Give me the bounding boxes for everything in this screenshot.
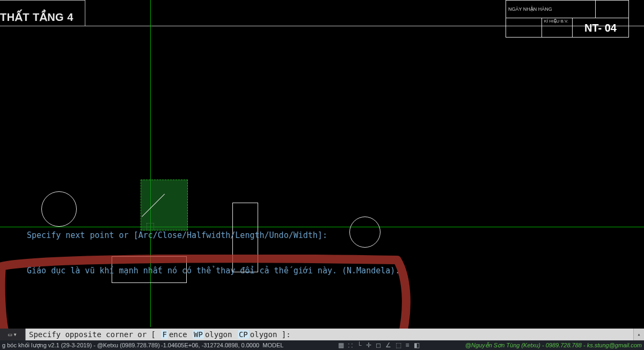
status-left-text: g bóc khối lượng v2.1 (29-3-2019) - @Ket… [0, 342, 160, 348]
space-toggle[interactable]: MODEL [262, 342, 283, 348]
command-line-toggle[interactable]: ▭▾ [0, 329, 26, 340]
dynucs-toggle-icon[interactable]: ⬚ [396, 342, 401, 348]
transparency-toggle-icon[interactable]: ◧ [414, 342, 420, 348]
command-line-expand[interactable]: ▴ [633, 329, 644, 340]
status-right-text: @Nguyễn Sơn Tùng (Ketxu) - 0989.728.788 … [465, 342, 644, 348]
titleblock: NGÀY NHẬN HÀNG KÍ HIỆU B.V. NT- 04 [506, 0, 629, 38]
titleblock-field-label: KÍ HIỆU B.V. [544, 19, 568, 24]
otrack-toggle-icon[interactable]: ∠ [385, 342, 391, 348]
snap-toggle-icon[interactable]: ⸬ [348, 342, 353, 348]
polar-toggle-icon[interactable]: ✛ [366, 342, 371, 348]
command-option[interactable]: CP [238, 330, 249, 339]
command-option[interactable]: WP [193, 330, 204, 339]
drawing-canvas[interactable]: THẤT TẦNG 4 NGÀY NHẬN HÀNG KÍ HIỆU B.V. … [0, 0, 644, 327]
drawing-title: THẤT TẦNG 4 [0, 12, 74, 23]
status-bar: g bóc khối lượng v2.1 (29-3-2019) - @Ket… [0, 340, 644, 350]
command-prompt-text: Specify opposite corner or [ [29, 330, 156, 339]
osnap-toggle-icon[interactable]: ◻ [376, 342, 381, 348]
command-history-line: Specify next point or [Arc/Close/Halfwid… [27, 229, 400, 241]
titleblock-field-label: NGÀY NHẬN HÀNG [506, 1, 596, 18]
titleblock-field-value [596, 1, 628, 18]
ortho-toggle-icon[interactable]: └ [357, 342, 362, 348]
titleblock-sheet-code: NT- 04 [573, 18, 628, 38]
grid-toggle-icon[interactable]: ▦ [338, 342, 344, 348]
command-prompt: Specify opposite corner or [ Fence WPoly… [26, 331, 291, 338]
command-history: Specify next point or [Arc/Close/Halfwid… [27, 206, 400, 300]
command-option[interactable]: F [161, 330, 167, 339]
command-prompt-text: ]: [282, 330, 291, 339]
command-history-line: Giáo dục là vũ khí mạnh nhất nó có thể t… [27, 265, 400, 277]
frame-line [0, 0, 85, 1]
titleblock-field-label [506, 18, 542, 38]
status-coordinates[interactable]: -1.04605E+06, -312724.0898, 0.0000 MODEL [161, 342, 283, 348]
terminal-icon: ▭ [8, 331, 12, 338]
chevron-up-icon: ▴ [637, 332, 640, 337]
chevron-down-icon: ▾ [13, 331, 17, 338]
command-line[interactable]: ▭▾ Specify opposite corner or [ Fence WP… [0, 329, 644, 340]
lineweight-toggle-icon[interactable]: ≡ [406, 342, 409, 348]
frame-line [85, 0, 85, 26]
status-toggle-buttons: ▦ ⸬ └ ✛ ◻ ∠ ⬚ ≡ ◧ [338, 342, 420, 348]
